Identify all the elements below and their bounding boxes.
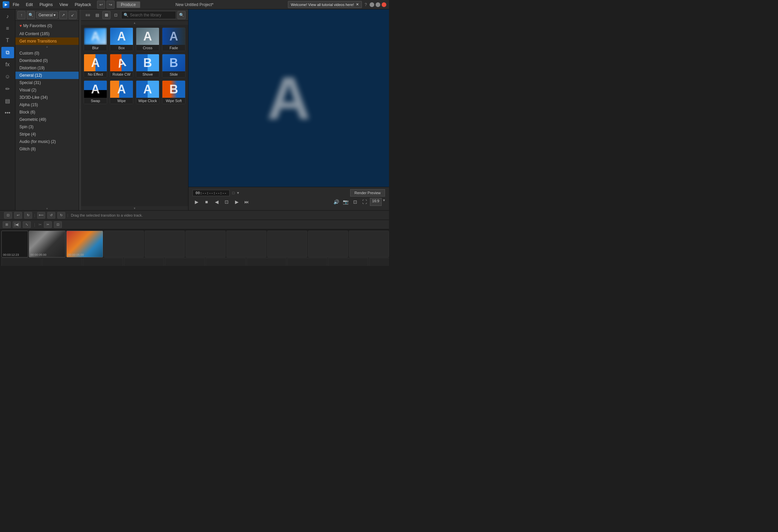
panel-import-button[interactable]: ↙: [69, 11, 77, 19]
sidebar-item-transitions[interactable]: ≡: [1, 23, 14, 34]
timeline-razor-button[interactable]: ✂: [44, 221, 52, 228]
sidebar-item-media[interactable]: ♪: [1, 11, 14, 22]
aspect-ratio-display[interactable]: 16:9: [370, 198, 382, 206]
volume-icon[interactable]: 🔊: [332, 198, 340, 206]
timeline-tool-5[interactable]: ↺: [47, 212, 55, 219]
tutorial-banner[interactable]: Welcome! View all tutorial videos here! …: [288, 1, 362, 8]
titlebar-left: ▶ File Edit Plugins View Playback ↩ ↪ Pr…: [3, 1, 140, 9]
category-item[interactable]: 3D/3D-Like (34): [15, 94, 79, 101]
icon-sidebar: ♪ ≡ T ⧉ fx ☺ ✏ ▤ •••: [0, 9, 15, 210]
category-item[interactable]: Custom (0): [15, 50, 79, 57]
view-detail-button[interactable]: ▤: [93, 11, 101, 19]
transition-item-swap[interactable]: ASwap: [84, 80, 107, 104]
next-frame-button[interactable]: ▶: [233, 198, 241, 206]
view-grid-button[interactable]: ⊞: [102, 11, 110, 19]
sidebar-item-fx[interactable]: fx: [1, 59, 14, 70]
transition-item-shove[interactable]: BShove: [136, 54, 159, 78]
category-item[interactable]: Glitch (8): [15, 145, 79, 153]
category-item[interactable]: General (12): [15, 72, 79, 79]
scroll-up-panel[interactable]: ▲: [15, 45, 79, 48]
undo-button[interactable]: ↩: [97, 1, 105, 9]
timeline-expand-button[interactable]: ⤡: [23, 221, 31, 228]
timeline-tool-4[interactable]: ⟵: [37, 212, 45, 219]
produce-button[interactable]: Produce: [116, 1, 140, 8]
maximize-button[interactable]: [376, 2, 380, 7]
fullscreen-icon[interactable]: ⛶: [361, 198, 369, 206]
split-button[interactable]: ⊡: [223, 198, 231, 206]
help-icon[interactable]: ?: [365, 2, 367, 7]
stop-button[interactable]: ■: [203, 198, 211, 206]
favorites-header[interactable]: ♥ My Favorites (0): [18, 22, 76, 29]
sidebar-item-color[interactable]: ✏: [1, 83, 14, 94]
grid-scroll-down[interactable]: ▼: [81, 206, 188, 210]
category-item[interactable]: Alpha (15): [15, 101, 79, 108]
menu-edit[interactable]: Edit: [24, 2, 34, 8]
menu-file[interactable]: File: [11, 2, 20, 8]
category-item[interactable]: Geometric (49): [15, 116, 79, 123]
timecode-display[interactable]: 00:--:--:--:--: [192, 190, 230, 196]
end-button[interactable]: ⏭: [243, 198, 251, 206]
view-list-button[interactable]: ≡≡: [84, 11, 92, 19]
panel-upload-button[interactable]: ↑: [17, 11, 25, 19]
transition-item-noeffect[interactable]: ANo Effect: [84, 54, 107, 78]
redo-button[interactable]: ↪: [106, 1, 114, 9]
category-item[interactable]: Special (31): [15, 79, 79, 86]
timeline-zoom-out-button[interactable]: |◀|: [13, 221, 21, 228]
category-item[interactable]: Audio (for music) (2): [15, 138, 79, 145]
search-box[interactable]: 🔍 Search the library: [121, 11, 176, 19]
transition-item-box[interactable]: ABox: [110, 27, 133, 51]
chevron-down-icon-aspect[interactable]: ▾: [383, 198, 385, 206]
scroll-down-panel[interactable]: ▼: [15, 207, 79, 210]
category-item[interactable]: Downloaded (0): [15, 57, 79, 64]
transition-item-wipe[interactable]: AWipe: [110, 80, 133, 104]
menu-playback[interactable]: Playback: [73, 2, 92, 8]
sidebar-item-effects[interactable]: ⧉: [1, 47, 14, 58]
transition-item-wipesoft[interactable]: BWipe Soft: [162, 80, 185, 104]
search-button[interactable]: 🔍: [177, 11, 185, 19]
timeline-fit-button[interactable]: ⊞: [3, 221, 11, 228]
category-item[interactable]: Stripe (4): [15, 131, 79, 138]
play-button[interactable]: ▶: [192, 198, 201, 206]
category-dropdown[interactable]: General ▾: [36, 12, 58, 18]
close-icon[interactable]: ✕: [356, 2, 359, 7]
transition-item-wipeclock[interactable]: AWipe Clock: [136, 80, 159, 104]
chevron-down-icon-fps[interactable]: ▾: [237, 191, 239, 195]
panel-export-button[interactable]: ↗: [59, 11, 67, 19]
grid-scroll-up[interactable]: ▲: [81, 21, 188, 25]
transition-label: Swap: [84, 98, 107, 104]
timeline-clip-dark[interactable]: 00:03:12:23: [1, 231, 28, 257]
timeline-tool-3[interactable]: ↻: [24, 212, 32, 219]
timeline-clip-canyon[interactable]: 00:00:05:00: [66, 231, 103, 257]
render-preview-button[interactable]: Render Preview: [350, 189, 385, 197]
all-content-item[interactable]: All Content (185): [15, 30, 79, 37]
transition-item-rotatecw[interactable]: ARotate CW: [110, 54, 133, 78]
category-item[interactable]: Visual (2): [15, 86, 79, 94]
timeline-magnet-button[interactable]: ⊡: [54, 221, 62, 228]
transition-item-fade[interactable]: AFade: [162, 27, 185, 51]
pip-icon[interactable]: ⊡: [351, 198, 359, 206]
sidebar-item-captions[interactable]: ▤: [1, 95, 14, 106]
view-large-button[interactable]: ⊡: [112, 11, 120, 19]
timeline-clip-road[interactable]: 00:00:05:00: [29, 231, 66, 257]
get-more-transitions-item[interactable]: Get more Transitions: [15, 37, 79, 45]
transitions-panel: ↑ 🔍 General ▾ ↗ ↙ ♥ My Favorites (0) All…: [15, 9, 79, 210]
transition-item-slide[interactable]: BSlide: [162, 54, 185, 78]
sidebar-item-text[interactable]: T: [1, 35, 14, 46]
menu-view[interactable]: View: [58, 2, 69, 8]
menu-plugins[interactable]: Plugins: [38, 2, 54, 8]
prev-frame-button[interactable]: ◀: [213, 198, 221, 206]
transition-item-blur[interactable]: ABlur: [84, 27, 107, 51]
minimize-button[interactable]: [370, 2, 374, 7]
timeline-tool-6[interactable]: ↻: [57, 212, 65, 219]
category-item[interactable]: Block (6): [15, 108, 79, 116]
category-item[interactable]: Distortion (19): [15, 64, 79, 72]
category-item[interactable]: Spin (3): [15, 123, 79, 131]
panel-search-button[interactable]: 🔍: [27, 11, 35, 19]
timeline-tool-1[interactable]: ⊡: [4, 212, 12, 219]
close-button[interactable]: [382, 2, 386, 7]
timeline-tool-2[interactable]: ↩: [14, 212, 22, 219]
snapshot-icon[interactable]: 📷: [342, 198, 350, 206]
transition-item-cross[interactable]: ACross: [136, 27, 159, 51]
sidebar-item-more[interactable]: •••: [1, 107, 14, 119]
sidebar-item-overlay[interactable]: ☺: [1, 71, 14, 82]
